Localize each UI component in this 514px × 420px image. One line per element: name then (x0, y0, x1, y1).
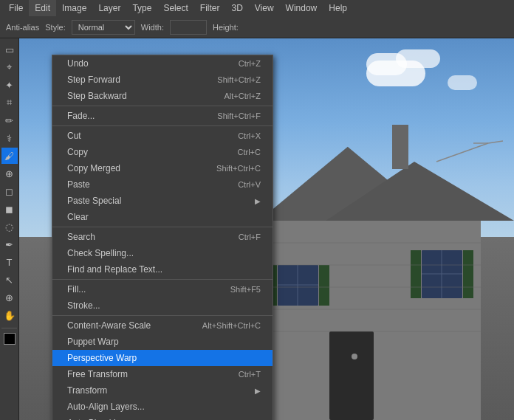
tool-brush[interactable]: 🖌 (1, 148, 18, 164)
menu-find-replace[interactable]: Find and Replace Text... (52, 261, 273, 278)
tool-lasso[interactable]: ⌖ (1, 59, 18, 75)
menubar: File Edit Image Layer Type Select Filter… (0, 0, 514, 16)
tool-zoom[interactable]: ⊕ (1, 289, 18, 306)
tool-eraser[interactable]: ◻ (1, 183, 18, 199)
separator-2 (52, 125, 273, 126)
tool-crop[interactable]: ⌗ (1, 94, 18, 111)
menu-auto-blend[interactable]: Auto-Blend Layers... (52, 415, 273, 420)
menu-copy[interactable]: Copy Ctrl+C (52, 144, 273, 160)
separator-1 (52, 106, 273, 106)
menu-content-aware-scale[interactable]: Content-Aware Scale Alt+Shift+Ctrl+C (52, 317, 273, 334)
separator-5 (52, 315, 273, 316)
tool-marquee[interactable]: ▭ (1, 41, 18, 58)
tool-clone[interactable]: ⊕ (1, 165, 18, 182)
menu-filter[interactable]: Filter (194, 0, 226, 16)
svg-line-4 (436, 143, 488, 162)
menu-view[interactable]: View (249, 0, 280, 16)
tool-blur[interactable]: ◌ (1, 218, 18, 235)
menu-cut[interactable]: Cut Ctrl+X (52, 128, 273, 144)
tool-gradient[interactable]: ◼ (1, 201, 18, 217)
tool-eyedropper[interactable]: ✏ (1, 112, 18, 128)
menu-search[interactable]: Search Ctrl+F (52, 229, 273, 245)
antialias-label: Anti-alias (6, 23, 39, 32)
separator-4 (52, 279, 273, 280)
menu-window[interactable]: Window (280, 0, 323, 16)
menu-layer[interactable]: Layer (92, 0, 126, 16)
style-label: Style: (45, 23, 66, 32)
menu-step-backward[interactable]: Step Backward Alt+Ctrl+Z (52, 88, 273, 104)
menu-paste-special[interactable]: Paste Special ▶ (52, 193, 273, 209)
width-label: Width: (141, 23, 164, 32)
width-input[interactable] (170, 20, 207, 35)
menu-fade[interactable]: Fade... Shift+Ctrl+F (52, 108, 273, 124)
svg-rect-18 (319, 265, 329, 306)
svg-line-6 (488, 141, 503, 143)
edit-dropdown-menu: Undo Ctrl+Z Step Forward Shift+Ctrl+Z St… (52, 55, 273, 420)
foreground-color[interactable] (4, 333, 16, 345)
menu-undo[interactable]: Undo Ctrl+Z (52, 55, 273, 72)
menu-type[interactable]: Type (126, 0, 157, 16)
menu-puppet-warp[interactable]: Puppet Warp (52, 334, 273, 350)
menu-stroke[interactable]: Stroke... (52, 297, 273, 314)
tool-quick-select[interactable]: ✦ (1, 77, 18, 93)
tool-type[interactable]: T (1, 254, 18, 270)
menu-3d[interactable]: 3D (225, 0, 248, 16)
menu-select[interactable]: Select (157, 0, 193, 16)
tool-hand[interactable]: ✋ (1, 307, 18, 323)
svg-rect-12 (329, 331, 374, 420)
svg-rect-13 (352, 354, 357, 359)
menu-perspective-warp[interactable]: Perspective Warp (52, 350, 273, 366)
tool-healing[interactable]: ⚕ (1, 130, 18, 146)
tools-panel: ▭ ⌖ ✦ ⌗ ✏ ⚕ 🖌 ⊕ ◻ ◼ ◌ ✒ T ↖ ⊕ ✋ (0, 38, 19, 420)
svg-rect-11 (463, 250, 473, 298)
menu-copy-merged[interactable]: Copy Merged Shift+Ctrl+C (52, 160, 273, 176)
menu-free-transform[interactable]: Free Transform Ctrl+T (52, 366, 273, 382)
canvas-area: Undo Ctrl+Z Step Forward Shift+Ctrl+Z St… (19, 38, 514, 420)
menu-paste[interactable]: Paste Ctrl+V (52, 176, 273, 193)
menu-check-spelling[interactable]: Check Spelling... (52, 245, 273, 261)
menu-fill[interactable]: Fill... Shift+F5 (52, 281, 273, 297)
main-layout: ▭ ⌖ ✦ ⌗ ✏ ⚕ 🖌 ⊕ ◻ ◼ ◌ ✒ T ↖ ⊕ ✋ (0, 38, 514, 420)
menu-edit[interactable]: Edit (29, 0, 56, 16)
menu-file[interactable]: File (3, 0, 29, 16)
menu-auto-align[interactable]: Auto-Align Layers... (52, 399, 273, 415)
menu-transform[interactable]: Transform ▶ (52, 382, 273, 399)
svg-rect-10 (411, 250, 421, 298)
menu-help[interactable]: Help (323, 0, 353, 16)
style-select[interactable]: Normal Fixed Ratio Fixed Size (72, 20, 135, 35)
menu-image[interactable]: Image (56, 0, 92, 16)
menu-clear[interactable]: Clear (52, 209, 273, 225)
separator-3 (52, 227, 273, 227)
svg-rect-3 (392, 125, 408, 169)
menu-step-forward[interactable]: Step Forward Shift+Ctrl+Z (52, 72, 273, 88)
tool-path-select[interactable]: ↖ (1, 272, 18, 288)
options-toolbar: Anti-alias Style: Normal Fixed Ratio Fix… (0, 16, 514, 38)
tool-pen[interactable]: ✒ (1, 236, 18, 252)
height-label: Height: (213, 23, 239, 32)
